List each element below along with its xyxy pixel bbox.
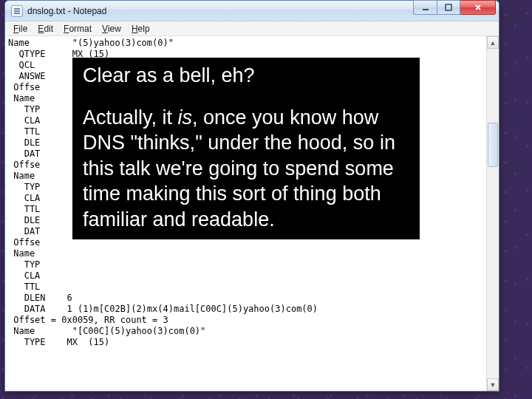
menu-view[interactable]: View <box>97 23 126 35</box>
menu-file[interactable]: File <box>8 23 33 35</box>
scroll-thumb[interactable] <box>488 123 498 167</box>
presentation-overlay: Clear as a bell, eh? Actually, it is, on… <box>72 58 420 239</box>
menu-help[interactable]: Help <box>126 23 155 35</box>
overlay-body: Actually, it is, once you know how DNS "… <box>83 105 409 233</box>
overlay-body-pre: Actually, it <box>83 106 178 129</box>
minimize-button[interactable] <box>413 0 437 15</box>
menubar: File Edit Format View Help <box>5 21 499 36</box>
overlay-heading: Clear as a bell, eh? <box>83 64 409 89</box>
minimize-icon <box>421 3 430 12</box>
svg-rect-1 <box>446 4 451 10</box>
vertical-scrollbar[interactable]: ▲ ▼ <box>486 36 499 391</box>
scroll-down-button[interactable]: ▼ <box>487 378 499 391</box>
close-button[interactable] <box>460 0 496 15</box>
maximize-icon <box>444 3 453 12</box>
svg-rect-0 <box>423 9 429 10</box>
menu-edit[interactable]: Edit <box>33 23 58 35</box>
titlebar[interactable]: dnslog.txt - Notepad <box>5 1 499 21</box>
window-controls <box>413 1 499 21</box>
menu-format[interactable]: Format <box>58 23 97 35</box>
maximize-button[interactable] <box>437 0 460 15</box>
window-title: dnslog.txt - Notepad <box>27 6 413 16</box>
close-icon <box>474 3 482 12</box>
notepad-icon <box>11 5 23 17</box>
scroll-track[interactable] <box>487 49 499 378</box>
scroll-up-button[interactable]: ▲ <box>487 36 499 49</box>
overlay-body-em: is <box>178 106 193 129</box>
